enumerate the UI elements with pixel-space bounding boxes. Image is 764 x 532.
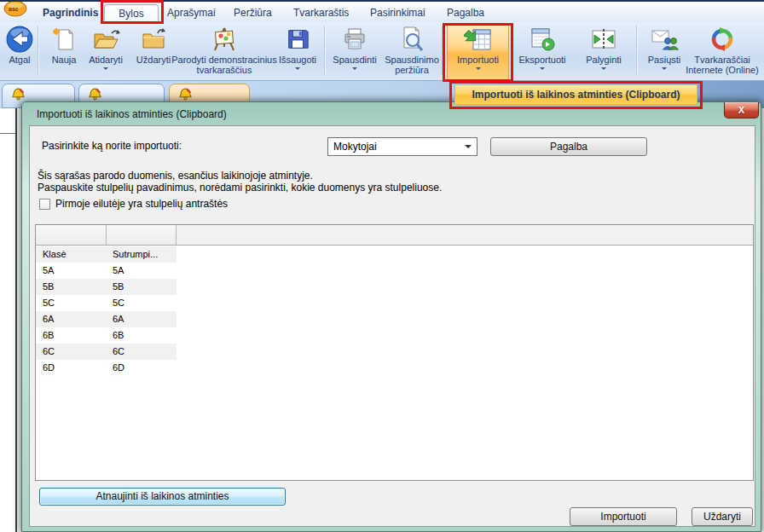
column-header-2[interactable] — [107, 225, 177, 245]
background-grid-line — [0, 133, 15, 134]
table-row: Klasė Sutrumpi... — [36, 246, 753, 263]
print-preview-icon — [378, 24, 446, 55]
bell-icon — [178, 87, 193, 101]
export-icon — [515, 24, 570, 55]
table-row: 6D 6D — [36, 360, 753, 376]
dialog-body: Pasirinkite ką norite importuoti: Mokyto… — [29, 125, 755, 527]
combobox-value: Mokytojai — [333, 141, 377, 153]
dropdown-caret — [352, 67, 357, 70]
new-file-icon — [44, 24, 84, 55]
dropdown-caret — [601, 67, 606, 70]
printer-icon — [329, 24, 380, 55]
table-row: 5B 5B — [36, 279, 753, 295]
clipboard-data-table: Klasė Sutrumpi... 5A 5A 5B 5B 5C 5C — [35, 224, 754, 481]
table-row: 5A 5A — [36, 263, 753, 279]
bell-icon — [11, 87, 26, 101]
menu-pagalba[interactable]: Pagalba — [447, 7, 484, 19]
ribbon-button-atidaryti[interactable]: Atidaryti — [82, 24, 130, 78]
ribbon-button-palyginti[interactable]: Palyginti — [581, 24, 627, 78]
ribbon-button-spausdinimo-perziura[interactable]: Spausdinimo peržiūra — [378, 24, 446, 78]
prompt-label: Pasirinkite ką norite importuoti: — [42, 140, 182, 152]
help-button[interactable]: Pagalba — [490, 137, 647, 156]
dialog-title: Importuoti iš laikinos atminties (Clipbo… — [37, 108, 227, 120]
dropdown-caret — [662, 67, 667, 70]
open-folder-icon — [82, 24, 130, 55]
info-line-2: Paspauskite stulpelių pavadinimus, norėd… — [38, 182, 442, 194]
table-row: 6A 6A — [36, 311, 753, 327]
chevron-down-icon — [465, 145, 472, 148]
background-workspace — [0, 108, 21, 532]
group-separator — [38, 26, 38, 75]
import-icon — [448, 24, 508, 55]
column-header-1[interactable] — [36, 225, 107, 245]
demo-easel-icon — [168, 24, 281, 55]
ribbon-button-issaugoti[interactable]: Išsaugoti — [271, 24, 324, 78]
app-window: asc Pagrindinis Bylos Aprašymai Peržiūra… — [0, 0, 764, 532]
checkbox-label: Pirmoje eilutėje yra stulpelių antraštės — [55, 198, 228, 210]
menu-aprasymai[interactable]: Aprašymai — [167, 7, 216, 19]
info-line-1: Šis sąrašas parodo duomenis, esančius la… — [38, 170, 313, 182]
table-row: 6C 6C — [36, 344, 753, 360]
save-icon — [271, 24, 324, 55]
ribbon-toolbar: Atgal Nauja Ati — [0, 22, 764, 81]
menu-tvarkarastis[interactable]: Tvarkaraštis — [293, 7, 349, 19]
svg-text:asc: asc — [9, 6, 19, 12]
ribbon-button-nauja[interactable]: Nauja — [44, 24, 84, 78]
menu-pagrindinis[interactable]: Pagrindinis — [43, 7, 98, 19]
ribbon-button-importuoti[interactable]: Importuoti — [447, 23, 509, 80]
menu-bylos[interactable]: Bylos — [104, 4, 159, 24]
menubar: asc Pagrindinis Bylos Aprašymai Peržiūra… — [0, 0, 764, 22]
import-clipboard-dialog: Importuoti iš laikinos atminties (Clipbo… — [21, 101, 761, 532]
ribbon-button-spausdinti[interactable]: Spausdinti — [329, 24, 380, 78]
refresh-from-clipboard-button[interactable]: Atnaujinti iš laikinos atminties — [39, 488, 286, 506]
group-separator — [324, 26, 325, 75]
ribbon-button-tvarkarasciai-internete[interactable]: Tvarkaraščiai Internete (Online) — [676, 24, 764, 78]
bell-icon — [88, 87, 102, 101]
dropdown-caret — [540, 67, 545, 70]
table-row: 5C 5C — [36, 295, 753, 311]
menu-item-import-from-clipboard[interactable]: Importuoti iš laikinos atminties (Clipbo… — [454, 84, 697, 105]
ribbon-button-parodyti-demo[interactable]: Parodyti demonstracinius tvarkaraščius — [168, 24, 281, 78]
group-separator — [636, 26, 637, 75]
ribbon-button-eksportuoti[interactable]: Eksportuoti — [515, 24, 570, 78]
table-row: 6B 6B — [36, 327, 753, 344]
app-logo-icon[interactable]: asc — [3, 2, 28, 18]
import-type-combobox[interactable]: Mokytojai — [327, 137, 478, 156]
menu-pasirinkimai[interactable]: Pasirinkimai — [370, 7, 425, 19]
compare-icon — [581, 24, 627, 55]
first-row-headers-checkbox[interactable] — [39, 199, 50, 210]
dropdown-caret — [476, 67, 481, 70]
dropdown-caret — [103, 67, 108, 70]
import-button[interactable]: Importuoti — [570, 507, 677, 526]
online-sync-icon — [676, 24, 764, 55]
dropdown-caret — [295, 67, 300, 70]
menu-perziura[interactable]: Peržiūra — [234, 7, 272, 19]
close-dialog-button[interactable]: Uždaryti — [692, 507, 753, 526]
table-header-row — [36, 225, 753, 246]
back-icon — [2, 24, 38, 55]
background-grid-line — [15, 108, 17, 532]
ribbon-button-atgal[interactable]: Atgal — [2, 24, 38, 78]
dialog-close-button[interactable]: X — [724, 102, 759, 119]
